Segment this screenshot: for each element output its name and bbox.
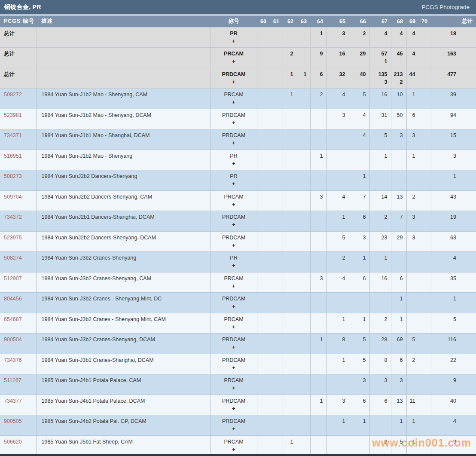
grade-70-cell [419,48,431,68]
pcgs-number-link[interactable]: 508272 [4,92,22,98]
description-cell: 1984 Yuan Sun-J1b1 Mao - Shanghai, DCAM [36,129,211,150]
grade-64-cell: 1 [310,150,326,170]
grade-61-cell [270,190,283,211]
grade-70-cell [419,354,431,374]
grade-70-cell [419,190,431,211]
pcgs-number-link[interactable]: 804456 [4,296,22,302]
row-total-cell: 1 [431,170,476,191]
pcgs-number-link[interactable]: 734377 [4,398,22,404]
grade-62-cell [283,211,297,232]
row-total-cell: 43 [431,190,476,211]
table-row: 9005041984 Yuan Sun-J3b2 Cranes-Shenyang… [0,334,476,354]
pcgs-number-link[interactable]: 900504 [4,337,22,343]
pcgs-number-link[interactable]: 511267 [4,377,21,383]
grade-66-cell [349,293,369,313]
grade-61-cell [270,68,283,89]
pcgs-number-link[interactable]: 734371 [4,132,22,138]
grade-67-cell: 2 [369,435,391,456]
grade-64-cell [310,252,326,272]
grade-61-cell [270,150,283,170]
grade-69-cell: 2 [406,190,419,211]
row-total-cell: 39 [431,89,476,109]
grade-68-cell: 1 [391,415,406,436]
grade-63-cell [297,89,310,109]
row-total-cell: 9 [431,435,476,456]
pcgs-number-link[interactable]: 508273 [4,173,22,179]
grade-60-cell [257,272,270,293]
grade-70-cell [419,272,431,293]
grade-69-cell: 6 [406,109,419,129]
grade-65-cell: 1 [326,354,349,374]
pcgs-number-link[interactable]: 654687 [4,316,22,322]
grade-63-cell [297,48,310,68]
pcgs-number-cell: 509704 [0,190,36,211]
grade-70-cell [419,374,431,395]
table-row: 5066201985 Yuan Sun-J5b1 Fat Sheep, CAMP… [0,435,476,456]
grade-67-cell: 1 [369,252,391,272]
grade-60-cell [257,48,270,68]
grade-66-cell: 6 [349,211,369,232]
description-cell: 1985 Yuan Sun-J5b1 Fat Sheep, CAM [36,435,211,456]
row-total-cell: 1 [431,293,476,313]
pcgs-number-cell: 总计 [0,27,36,48]
pcgs-number-link[interactable]: 523975 [4,235,22,241]
plus-grade-label: + [211,200,257,208]
grade-60-cell [257,354,270,374]
grade-65-cell [326,170,349,191]
total-row-label: 总计 [4,31,15,37]
grade-61-cell [270,435,283,456]
grade-65-cell: 8 [326,334,349,354]
grade-60-cell [257,435,270,456]
grade-68-cell: 29 [391,231,406,252]
grade-69-cell: 4 [406,48,419,68]
grade-69-cell: 5 [406,334,419,354]
pcgs-number-cell: 734377 [0,395,36,415]
grade-61-cell [270,252,283,272]
grade-70-cell [419,89,431,109]
page: 铜镍合金, PR PCGS Photograde PCGS 编号描述称号6061… [0,0,476,456]
pcgs-number-link[interactable]: 523981 [4,112,22,118]
pcgs-number-link[interactable]: 516951 [4,153,22,159]
col-header-grade-64: 64 [310,16,326,27]
grade-64-cell [310,354,326,374]
grade-67-cell [369,170,391,191]
designation-cell: PR+ [211,150,257,170]
designation-cell: PR+ [211,170,257,191]
grade-62-cell [283,374,297,395]
grade-67-cell: 28 [369,334,391,354]
pcgs-number-link[interactable]: 512907 [4,275,22,282]
pcgs-number-link[interactable]: 508274 [4,255,22,261]
pcgs-number-link[interactable]: 509704 [4,194,22,200]
grade-65-cell: 1 [326,313,349,334]
row-total-cell: 40 [431,395,476,415]
grade-63-cell [297,354,310,374]
grade-68-cell: 13 [391,190,406,211]
pcgs-photograde-link[interactable]: PCGS Photograde [421,4,470,10]
grade-61-cell [270,109,283,129]
pcgs-number-link[interactable]: 734372 [4,214,22,220]
grade-66-cell [349,435,369,456]
grade-66-cell: 7 [349,190,369,211]
grade-66-cell: 3 [349,231,369,252]
grade-62-cell [283,129,297,150]
col-header-grade-70: 70 [419,16,431,27]
grade-63-cell [297,109,310,129]
grade-65-cell: 3 [326,395,349,415]
pcgs-number-link[interactable]: 734376 [4,357,22,363]
grade-61-cell [270,415,283,436]
table-row: 5239811984 Yuan Sun-J1b2 Mao - Shenyang,… [0,109,476,129]
grade-64-cell: 1 [310,395,326,415]
designation-cell: PRCAM+ [211,272,257,293]
col-header-total: 总计 [431,16,476,27]
grade-66-cell: 6 [349,395,369,415]
pcgs-number-link[interactable]: 506620 [4,439,22,445]
grade-68-cell: 50 [391,109,406,129]
grade-68-cell: 4 [391,27,406,48]
page-title: 铜镍合金, PR [4,3,41,11]
next-section-bar-edge [0,454,476,456]
grade-69-cell: 1 [406,435,419,456]
table-row: 5169511984 Yuan Sun-J1b2 Mao - ShenyangP… [0,150,476,170]
grade-65-cell: 5 [326,231,349,252]
pcgs-number-cell: 900505 [0,415,36,436]
pcgs-number-link[interactable]: 900505 [4,418,22,424]
